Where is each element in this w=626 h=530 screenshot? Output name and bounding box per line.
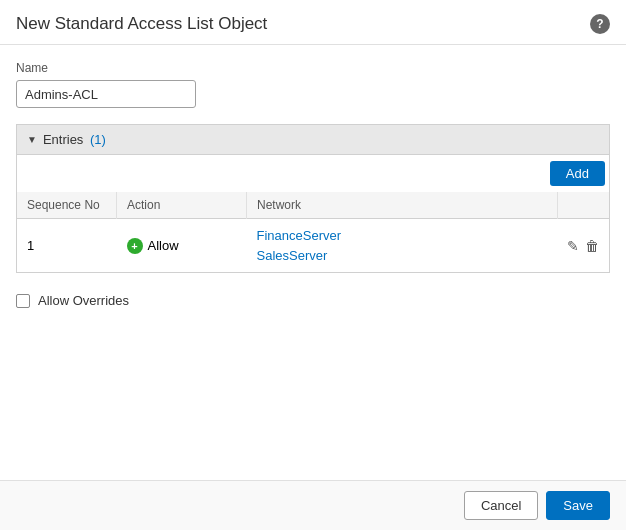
action-value: Allow (148, 238, 179, 253)
add-button[interactable]: Add (550, 161, 605, 186)
table-row: 1 + Allow FinanceServer SalesServer (17, 219, 610, 273)
entries-table: Sequence No Action Network 1 + (16, 192, 610, 273)
name-field-container: Name (16, 61, 610, 108)
edit-icon[interactable]: ✎ (567, 238, 579, 254)
row-actions-cell: ✎ 🗑 (557, 219, 610, 273)
entries-count: (1) (90, 132, 106, 147)
cancel-button[interactable]: Cancel (464, 491, 538, 520)
name-label: Name (16, 61, 610, 75)
dialog-header: New Standard Access List Object ? (0, 0, 626, 45)
entries-header: ▼ Entries (1) (16, 124, 610, 155)
entries-label: Entries (1) (43, 132, 106, 147)
dialog-title: New Standard Access List Object (16, 14, 267, 34)
dialog-footer: Cancel Save (0, 480, 626, 530)
save-button[interactable]: Save (546, 491, 610, 520)
seq-cell: 1 (17, 219, 117, 273)
entries-toolbar: Add (16, 155, 610, 192)
help-icon[interactable]: ? (590, 14, 610, 34)
delete-icon[interactable]: 🗑 (585, 238, 599, 254)
col-header-seq: Sequence No (17, 192, 117, 219)
network-line1: FinanceServer (257, 226, 548, 246)
network-cell: FinanceServer SalesServer (247, 219, 558, 273)
row-actions: ✎ 🗑 (567, 238, 599, 254)
name-input[interactable] (16, 80, 196, 108)
collapse-arrow-icon[interactable]: ▼ (27, 134, 37, 145)
action-cell: + Allow (117, 219, 247, 273)
allow-overrides-checkbox[interactable] (16, 294, 30, 308)
col-header-row-actions (557, 192, 610, 219)
col-header-network: Network (247, 192, 558, 219)
seq-value: 1 (27, 238, 34, 253)
dialog-body: Name ▼ Entries (1) Add Sequence No Actio… (0, 45, 626, 480)
allow-overrides-label: Allow Overrides (38, 293, 129, 308)
allow-overrides-section: Allow Overrides (16, 293, 610, 308)
dialog: New Standard Access List Object ? Name ▼… (0, 0, 626, 530)
table-header-row: Sequence No Action Network (17, 192, 610, 219)
network-cell-content: FinanceServer SalesServer (257, 226, 548, 265)
network-line2: SalesServer (257, 246, 548, 266)
allow-icon: + (127, 238, 143, 254)
action-cell-content: + Allow (127, 238, 237, 254)
entries-section: ▼ Entries (1) Add Sequence No Action Net… (16, 124, 610, 273)
col-header-action: Action (117, 192, 247, 219)
